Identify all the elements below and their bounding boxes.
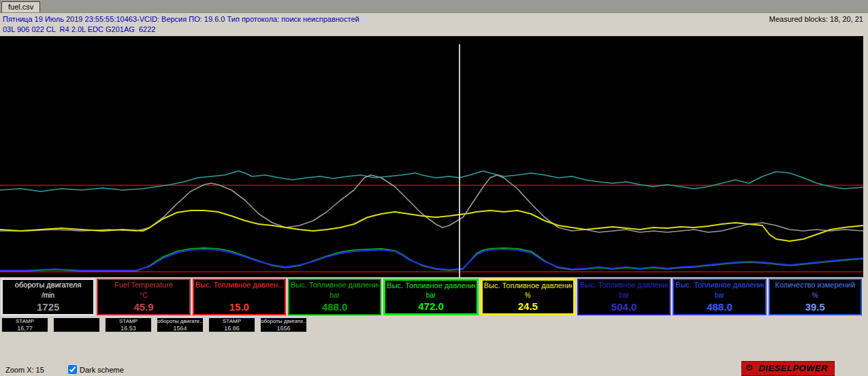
channel-value: 24.5 (484, 300, 572, 312)
channel-unit (195, 292, 283, 299)
stamp-box-5[interactable]: STAMP16.86 (208, 317, 255, 332)
channel-value: 1725 (4, 301, 92, 313)
dark-scheme-checkbox[interactable] (68, 365, 77, 374)
ecu-info-line: 03L 906 022 CL R4 2.0L EDC G201AG 6222 (3, 25, 863, 33)
stamp-value: 16.53 (106, 325, 151, 332)
log-header-line1: Пятница 19 Июль 2019 23:55:55:10463-VCID… (3, 15, 359, 23)
channel-value: 488.0 (675, 301, 763, 313)
tab-fuel-csv[interactable]: fuel.csv (1, 1, 40, 12)
stamp-box-3[interactable]: STAMP16.53 (105, 317, 152, 332)
value-box-9[interactable]: Количество измерений%39.5 (769, 279, 862, 315)
stamp-value: 1564 (157, 325, 203, 332)
value-box-3[interactable]: Выс. Топливное давлен...15.0 (193, 279, 286, 315)
stamp-value: 16,77 (2, 325, 48, 332)
value-box-6[interactable]: Выс. Топливное давление%24.5 (481, 279, 575, 315)
stamp-value: 1656 (261, 325, 306, 332)
stamp-box-6[interactable]: обороты двигате...1656 (260, 317, 307, 332)
chart-svg (0, 36, 863, 277)
trace-yellow-trace (0, 210, 863, 241)
dark-scheme-label: Dark scheme (80, 366, 124, 374)
channel-label: Выс. Топливное давление (291, 281, 379, 289)
stamp-title: обороты двигате... (261, 318, 306, 325)
channel-unit: /min (4, 292, 92, 299)
channel-label: Выс. Топливное давление (675, 281, 763, 289)
chart-area[interactable] (0, 36, 863, 277)
measured-blocks: Measured blocks: 18, 20, 21 (769, 15, 863, 23)
channel-unit: bar (580, 292, 668, 299)
stamp-title: STAMP (209, 318, 255, 325)
stamp-title: STAMP (2, 318, 48, 325)
channel-label: Выс. Топливное давление (580, 281, 668, 289)
trace-cyan-trace (0, 171, 863, 191)
channel-label: Выс. Топливное давлен... (195, 281, 283, 289)
channel-unit: bar (387, 292, 475, 299)
channel-value: 45.9 (99, 301, 187, 313)
channel-label: Выс. Топливное давление (387, 281, 475, 290)
stamp-value: 16.86 (209, 325, 255, 332)
dieselpower-logo: ⚙ DIESELPOWER (741, 361, 835, 376)
channel-values-row: обороты двигателя/min1725Fuel Temperatur… (0, 277, 868, 315)
channel-value: 15.0 (195, 301, 283, 313)
trace-blue-trace (0, 249, 863, 270)
channel-unit: °C (99, 292, 187, 299)
dieselpower-logo-text: DIESELPOWER (758, 363, 828, 373)
channel-label: Fuel Temperature (99, 281, 187, 289)
value-box-2[interactable]: Fuel Temperature°C45.9 (97, 279, 190, 315)
channel-unit: bar (291, 292, 379, 299)
status-bar: Zoom X: 15 Dark scheme ⚙ DIESELPOWER (0, 358, 868, 376)
tab-bar: fuel.csv (0, 0, 868, 13)
stamp-title: STAMP (106, 318, 151, 325)
channel-label: Выс. Топливное давление (484, 281, 572, 290)
stamp-box-2[interactable] (53, 317, 100, 332)
channel-unit: % (484, 292, 572, 299)
channel-value: 488.0 (291, 301, 379, 313)
log-header: Пятница 19 Июль 2019 23:55:55:10463-VCID… (0, 13, 868, 36)
value-box-4[interactable]: Выс. Топливное давлениеbar488.0 (288, 279, 381, 315)
stamp-markers-row: STAMP16,77STAMP16.53обороты двигате...15… (0, 315, 868, 332)
channel-label: обороты двигателя (4, 281, 92, 289)
value-box-1[interactable]: обороты двигателя/min1725 (1, 279, 95, 315)
tab-label: fuel.csv (8, 3, 33, 11)
trace-gray-trace (0, 175, 863, 232)
gear-icon: ⚙ (745, 362, 753, 373)
value-box-8[interactable]: Выс. Топливное давлениеbar488.0 (673, 279, 766, 315)
channel-unit: bar (675, 292, 763, 299)
value-box-5[interactable]: Выс. Топливное давлениеbar472.0 (383, 279, 478, 315)
channel-value: 472.0 (387, 300, 475, 312)
value-box-7[interactable]: Выс. Топливное давлениеbar504.0 (577, 279, 671, 315)
channel-unit: % (771, 292, 859, 299)
channel-value: 504.0 (580, 301, 668, 313)
zoom-level: Zoom X: 15 (5, 366, 68, 374)
channel-label: Количество измерений (771, 281, 859, 289)
stamp-title: обороты двигате... (157, 318, 203, 325)
stamp-box-1[interactable]: STAMP16,77 (1, 317, 48, 332)
stamp-box-4[interactable]: обороты двигате...1564 (157, 317, 204, 332)
channel-value: 39.5 (771, 301, 859, 313)
